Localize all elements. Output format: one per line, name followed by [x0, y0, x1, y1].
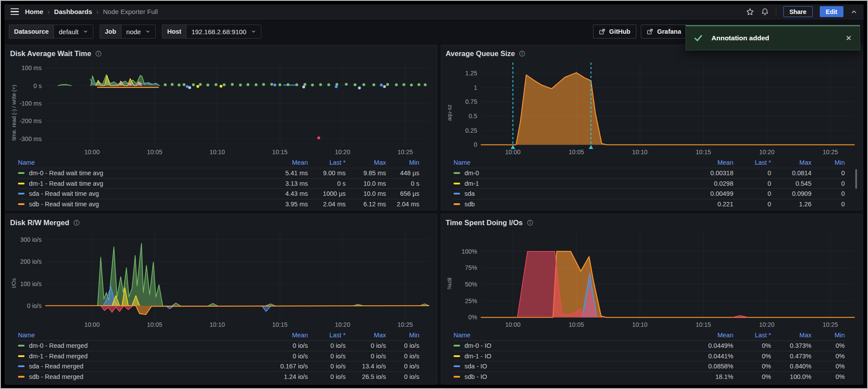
series-name[interactable]: sda - Read wait time avg	[29, 190, 99, 197]
series-name[interactable]: sda - Read merged	[29, 363, 83, 370]
legend-value: 0%	[733, 373, 771, 380]
panel-disk-rw-merged: Disk R/W Merged I/Os 0 io/s100 io/s200 i…	[5, 214, 437, 385]
legend-header-min[interactable]: Min	[811, 332, 845, 339]
legend-header-mean[interactable]: Mean	[684, 332, 733, 339]
breadcrumb-home[interactable]: Home	[25, 8, 43, 15]
chart-disk-rw-merged[interactable]: 0 io/s100 io/s200 io/s300 io/s10:0010:05…	[18, 228, 432, 330]
series-color-swatch	[454, 183, 460, 184]
breadcrumb-dashboards[interactable]: Dashboards	[54, 8, 92, 15]
svg-text:10:05: 10:05	[147, 321, 162, 328]
panel-title[interactable]: Disk Average Wait Time	[10, 50, 91, 58]
legend-header-mean[interactable]: Mean	[259, 159, 308, 166]
svg-text:200 io/s: 200 io/s	[20, 258, 42, 265]
chevron-up-icon[interactable]	[850, 8, 857, 15]
series-name[interactable]: dm-0	[464, 170, 479, 177]
series-name[interactable]: dm-0 - Read merged	[29, 342, 88, 349]
legend-header-name[interactable]: Name	[18, 332, 259, 339]
series-name[interactable]: dm-0 - IO	[464, 342, 491, 349]
legend-header-min[interactable]: Min	[386, 159, 419, 166]
legend-header-last[interactable]: Last *	[308, 332, 346, 339]
legend-header-max[interactable]: Max	[771, 332, 811, 339]
legend-value: 3.95 ms	[259, 201, 308, 208]
svg-text:0%: 0%	[468, 314, 477, 321]
panel-title[interactable]: Disk R/W Merged	[10, 219, 69, 227]
legend-header-max[interactable]: Max	[346, 332, 386, 339]
menu-icon[interactable]	[11, 8, 19, 15]
legend-header-min[interactable]: Min	[386, 332, 419, 339]
series-name[interactable]: sdb - Read wait time avg	[29, 201, 99, 208]
chart-time-spent-doing-ios[interactable]: 0%25%50%75%100%10:0010:0510:1010:1510:20…	[453, 228, 858, 330]
svg-text:10:00: 10:00	[84, 321, 100, 328]
svg-text:100%: 100%	[461, 248, 477, 255]
legend-header-name[interactable]: Name	[454, 159, 684, 166]
legend-header-min[interactable]: Min	[811, 159, 845, 166]
legend-value: 13.4 io/s	[346, 363, 386, 370]
legend-value: 0.373%	[771, 342, 811, 349]
legend-header-last[interactable]: Last *	[733, 159, 771, 166]
legend-value: 0 io/s	[308, 373, 346, 380]
chevron-down-icon	[251, 29, 256, 34]
info-icon[interactable]	[73, 219, 80, 226]
edit-button[interactable]: Edit	[820, 6, 843, 17]
chart-average-queue-size[interactable]: 00.250.50.7511.2510:0010:0510:1010:1510:…	[453, 59, 858, 157]
series-color-swatch	[454, 376, 460, 378]
legend-row: sda - Read wait time avg4.43 ms1000 µs10…	[18, 188, 419, 199]
variable-host: Host 192.168.2.68:9100	[162, 25, 261, 39]
legend-header-mean[interactable]: Mean	[684, 159, 733, 166]
legend-value: 0	[733, 201, 771, 208]
star-icon[interactable]	[746, 8, 754, 16]
legend-header-last[interactable]: Last *	[733, 332, 771, 339]
legend-value: 0.0858%	[684, 363, 733, 370]
job-select[interactable]: node	[121, 25, 155, 38]
panel-title[interactable]: Time Spent Doing I/Os	[446, 219, 523, 227]
close-icon[interactable]: ✕	[846, 35, 852, 42]
series-name[interactable]: dm-1 - Read merged	[29, 353, 88, 360]
bell-icon[interactable]	[761, 8, 769, 16]
legend-value: 0.00318	[684, 170, 733, 177]
series-name[interactable]: sdb - Read merged	[29, 373, 83, 380]
legend-value: 0%	[811, 363, 845, 370]
legend-scrollbar[interactable]	[855, 169, 857, 189]
nav-actions: Share Edit	[746, 6, 857, 17]
external-links: GitHub Grafana	[593, 25, 687, 39]
legend-header-mean[interactable]: Mean	[259, 332, 308, 339]
chart-disk-average-wait-time[interactable]: 100 ms0 s-100 ms-200 ms-300 ms10:0010:05…	[18, 59, 432, 157]
info-icon[interactable]	[95, 50, 102, 57]
svg-text:10:10: 10:10	[632, 321, 647, 328]
svg-text:50%: 50%	[465, 281, 477, 288]
legend-table: Name Mean Last * Max Min dm-00.0031800.0…	[446, 157, 858, 210]
series-name[interactable]: sda	[464, 190, 475, 197]
svg-text:10:15: 10:15	[272, 149, 288, 156]
info-icon[interactable]	[519, 50, 525, 57]
series-name[interactable]: dm-1	[464, 180, 479, 187]
legend-row: dm-0 - IO0.0449%0%0.373%0%	[454, 340, 845, 351]
github-link-button[interactable]: GitHub	[593, 25, 636, 39]
series-color-swatch	[18, 365, 25, 367]
series-name[interactable]: dm-1 - IO	[464, 353, 491, 360]
legend-header-max[interactable]: Max	[346, 159, 386, 166]
panel-title[interactable]: Average Queue Size	[446, 50, 515, 58]
grafana-app: Home › Dashboards › Node Exporter Full S…	[4, 4, 864, 385]
share-button[interactable]: Share	[783, 6, 813, 17]
legend-header-last[interactable]: Last *	[308, 159, 346, 166]
grafana-link-button[interactable]: Grafana	[641, 25, 687, 39]
series-name[interactable]: dm-1 - Read wait time avg	[29, 180, 103, 187]
series-name[interactable]: sdb - IO	[464, 373, 487, 380]
legend-value: 0 io/s	[386, 342, 419, 349]
legend-header-max[interactable]: Max	[771, 159, 811, 166]
legend-header-name[interactable]: Name	[18, 159, 259, 166]
series-name[interactable]: sdb	[464, 201, 475, 208]
legend-header-name[interactable]: Name	[454, 332, 684, 339]
host-select[interactable]: 192.168.2.68:9100	[186, 25, 261, 38]
series-name[interactable]: sda - IO	[464, 363, 487, 370]
info-icon[interactable]	[527, 219, 533, 226]
y-axis-label: I/Os	[10, 228, 18, 330]
datasource-select[interactable]: default	[54, 25, 93, 38]
svg-text:-200 ms: -200 ms	[19, 117, 42, 124]
panel-disk-average-wait-time: Disk Average Wait Time time. read (-) / …	[5, 45, 437, 210]
legend-value: 0.221	[684, 201, 733, 208]
svg-text:10:00: 10:00	[505, 149, 521, 156]
legend-value: 0 io/s	[308, 363, 346, 370]
series-name[interactable]: dm-0 - Read wait time avg	[29, 170, 103, 177]
window-frame: Home › Dashboards › Node Exporter Full S…	[0, 0, 868, 389]
